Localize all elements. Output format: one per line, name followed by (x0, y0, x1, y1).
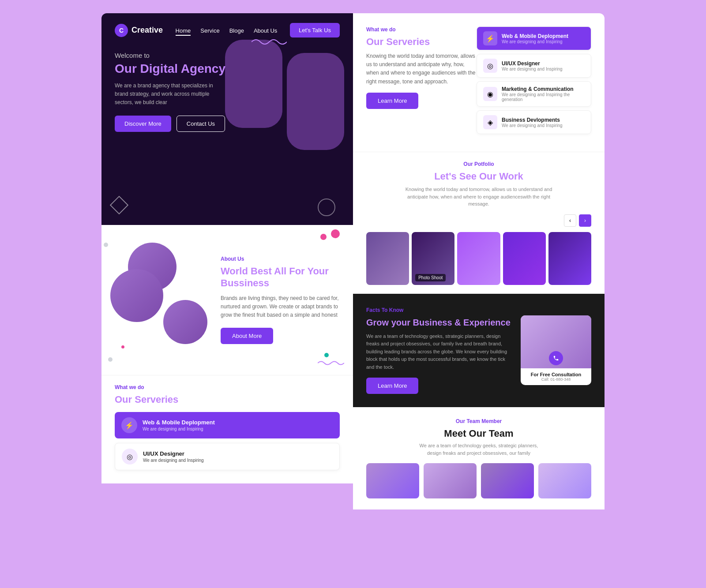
discover-more-button[interactable]: Discover More (115, 116, 171, 132)
business-learn-more-button[interactable]: Learn More (366, 378, 418, 394)
portfolio-item-4 (503, 232, 546, 285)
web-service-title: Web & Mobile Deplopment (143, 419, 215, 426)
srv-business-desc: We are designing and Inspiring (502, 123, 563, 128)
consultation-card: For Free Consultation Call: 01-880-348 (521, 315, 591, 385)
service-card-list: ⚡ Web & Mobile Deplopment We are designi… (115, 412, 340, 470)
lets-talk-button[interactable]: Let's Talk Us (290, 23, 340, 37)
srv-business-icon: ◈ (483, 115, 497, 129)
about-description: Brands are living things, they need to b… (221, 294, 340, 320)
about-image-2 (110, 269, 163, 322)
services-bottom-section: What we do Our Serveries ⚡ Web & Mobile … (101, 375, 353, 483)
about-section: About Us World Best All For Your Bussine… (101, 225, 353, 375)
portfolio-item-1 (366, 232, 409, 285)
pink-dot-1 (320, 234, 327, 240)
portfolio-tag: Our Potfolio (366, 161, 591, 167)
logo: C Creative (115, 24, 163, 37)
gray-dot (104, 243, 108, 247)
services-right-tag: What we do (366, 26, 477, 33)
about-tag: About Us (221, 256, 340, 262)
srv-marketing-icon: ◉ (483, 87, 497, 101)
portfolio-navigation: ‹ › (366, 214, 591, 227)
services-right-cards: ⚡ Web & Mobile Deplopment We are designi… (477, 26, 591, 134)
services-right-section: What we do Our Serveries Knowing the wor… (353, 13, 605, 152)
service-card-uiux: ◎ UI/UX Designer We are designing and In… (115, 443, 340, 470)
logo-icon: C (115, 24, 128, 37)
hero-welcome: Welcome to (115, 52, 340, 59)
services-tag: What we do (115, 384, 340, 390)
uiux-service-title: UI/UX Designer (143, 450, 204, 457)
web-service-desc: We are designing and Inspiring (143, 427, 215, 431)
squiggle-decoration (318, 360, 344, 368)
logo-text: Creative (131, 26, 163, 35)
srv-business-title: Business Devlopments (502, 117, 563, 123)
portfolio-next-button[interactable]: › (579, 214, 591, 227)
consultation-title: For Free Consultation (525, 372, 587, 377)
srv-marketing-desc: We are designing and Inspiring the gener… (502, 92, 585, 102)
services-right-header: What we do Our Serveries Knowing the wor… (366, 26, 591, 134)
photo-shoot-label: Photo Shoot (415, 274, 446, 281)
team-member-3 (481, 463, 534, 498)
services-header: What we do Our Serveries (115, 384, 340, 405)
right-column: What we do Our Serveries Knowing the wor… (353, 13, 605, 509)
nav-about[interactable]: About Us (254, 26, 277, 34)
services-right-title: Our Serveries (366, 36, 477, 48)
srv-web-desc: We are designing and Inspiring (502, 39, 568, 44)
srv-uiux-title: UI/UX Designer (502, 60, 563, 67)
team-tag: Our Team Member (366, 418, 591, 424)
team-header: Our Team Member Meet Our Team We are a t… (366, 418, 591, 457)
srv-uiux-icon: ◎ (483, 59, 497, 73)
business-title: Grow your Business & Experience (366, 317, 512, 328)
portfolio-prev-button[interactable]: ‹ (564, 214, 576, 227)
portfolio-title: Let's See Our Work (366, 171, 591, 182)
gray-dot-2 (108, 357, 113, 362)
nav-links: Home Service Bloge About Us (176, 26, 278, 34)
portfolio-grid: Photo Shoot (366, 232, 591, 285)
srv-card-uiux: ◎ UI/UX Designer We are designing and In… (477, 54, 591, 78)
hero-content: Welcome to Our Digital Agency We are a b… (101, 47, 353, 145)
hero-section: C Creative Home Service Bloge About Us L… (101, 13, 353, 225)
services-learn-more-button[interactable]: Learn More (366, 93, 418, 109)
portfolio-section: Our Potfolio Let's See Our Work Knowing … (353, 152, 605, 294)
about-content: About Us World Best All For Your Bussine… (221, 256, 340, 344)
team-description: We are a team of technology geeks, strat… (413, 442, 545, 457)
services-title: Our Serveries (115, 394, 340, 405)
contact-us-button[interactable]: Contact Us (176, 116, 225, 132)
business-description: We are a team of technology geeks, strat… (366, 333, 512, 371)
web-service-icon: ⚡ (121, 417, 137, 433)
portfolio-item-3 (457, 232, 500, 285)
nav-home[interactable]: Home (176, 26, 191, 34)
consultation-phone: Call: 01-880-348 (525, 377, 587, 382)
srv-card-web: ⚡ Web & Mobile Deplopment We are designi… (477, 26, 591, 50)
hero-title: Our Digital Agency (115, 61, 340, 76)
service-card-web: ⚡ Web & Mobile Deplopment We are designi… (115, 412, 340, 438)
about-images (115, 243, 212, 357)
services-right-desc: Knowing the world today and tomorrow, al… (366, 52, 477, 86)
srv-marketing-title: Marketing & Communication (502, 86, 585, 92)
teal-dot (324, 353, 329, 357)
team-section: Our Team Member Meet Our Team We are a t… (353, 407, 605, 509)
uiux-service-desc: We are designing and Inspiring (143, 458, 204, 463)
srv-uiux-desc: We are designing and Inspiring (502, 67, 563, 71)
srv-card-business: ◈ Business Devlopments We are designing … (477, 110, 591, 134)
left-column: C Creative Home Service Bloge About Us L… (101, 13, 353, 509)
srv-web-title: Web & Mobile Deplopment (502, 33, 568, 39)
phone-icon (549, 351, 563, 365)
team-grid (366, 463, 591, 498)
team-member-4 (538, 463, 591, 498)
diamond-decoration (110, 196, 128, 214)
about-title: World Best All For Your Bussiness (221, 266, 340, 289)
hero-description: We are a brand agency that specializes i… (115, 82, 221, 107)
circle-decoration (318, 198, 335, 216)
about-more-button[interactable]: About More (221, 328, 273, 344)
nav-service[interactable]: Service (200, 26, 219, 34)
srv-card-marketing: ◉ Marketing & Communication We are desig… (477, 81, 591, 107)
nav-bloge[interactable]: Bloge (229, 26, 244, 34)
srv-web-icon: ⚡ (483, 31, 497, 45)
services-right-info: What we do Our Serveries Knowing the wor… (366, 26, 477, 109)
wave-decoration (252, 37, 287, 48)
uiux-service-icon: ◎ (122, 449, 138, 464)
portfolio-item-5 (548, 232, 591, 285)
portfolio-header: Our Potfolio Let's See Our Work Knowing … (366, 161, 591, 208)
about-image-3 (163, 300, 207, 344)
pink-dot-2 (331, 229, 340, 238)
